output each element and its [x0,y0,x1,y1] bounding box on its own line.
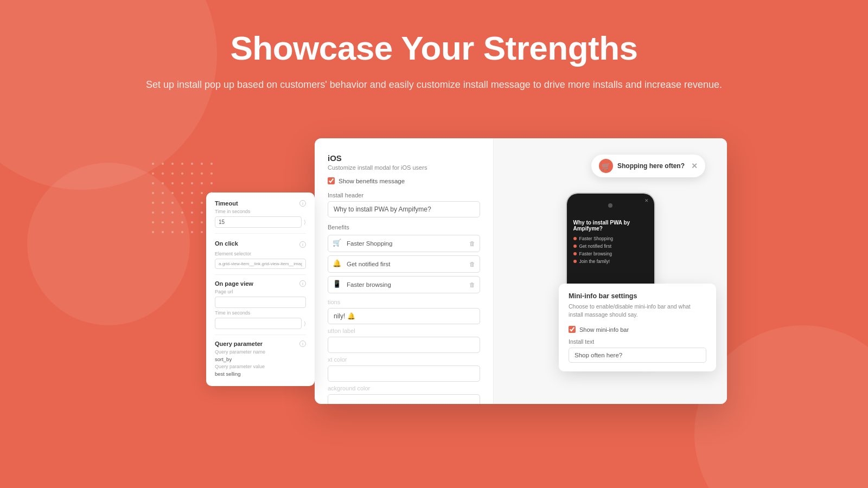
phone-benefit-dot-3 [573,252,577,255]
mini-info-bar: 🛒 Shopping here often? ✕ [591,155,705,177]
phone-benefit-text-4: Join the family! [579,259,610,264]
page-url-input[interactable] [215,297,306,308]
phone-benefit-text-1: Faster Shopping [579,236,613,241]
phone-benefit-4: Join the family! [573,259,648,264]
timeout-section: Timeout i Time in seconds ⟩ [215,200,306,234]
element-selector-label: Element selector [215,251,306,256]
on-click-section: On click i Element selector [215,240,306,275]
time-seconds-label: Time in seconds [215,310,306,316]
install-text-label: Install text [569,338,706,345]
phone-benefit-3: Faster browsing [573,251,648,256]
phone-benefit-dot-2 [573,245,577,248]
page-url-label: Page url [215,289,306,294]
phone-preview-panel: 🛒 Shopping here often? ✕ ✕ Why to instal… [494,138,727,404]
benefit-text-2: Get notified first [347,261,469,267]
page-subtitle: Set up install pop up based on customers… [0,76,868,93]
mini-bar-icon: 🛒 [599,159,613,173]
additional-label-1: tions [328,299,480,305]
mini-bar-text: Shopping here often? [617,162,685,170]
show-benefits-row: Show benefits message [328,177,480,184]
benefit-row-1: 🛒 Faster Shopping 🗑 [328,235,480,252]
settings-panel-title: Mini-info bar settings [569,292,706,300]
query-param-value: best selling [215,371,306,377]
additional-label-3: xt color [328,356,480,363]
show-mini-info-bar-row: Show mini-info bar [569,326,706,333]
page-view-time-input[interactable] [215,318,302,329]
query-info-icon[interactable]: i [299,341,306,347]
phone-benefit-dot-4 [573,260,577,263]
phone-benefit-2: Get notified first [573,243,648,249]
install-header-label: Install header [328,192,480,198]
install-header-input[interactable] [328,201,480,217]
page-view-info-icon[interactable]: i [299,280,306,287]
show-benefits-checkbox[interactable] [328,177,335,184]
benefit-row-2: 🔔 Get notified first 🗑 [328,255,480,273]
benefit-icon-2: 🔔 [333,259,342,269]
install-text-input[interactable] [569,348,706,363]
benefit-delete-2[interactable]: 🗑 [469,261,475,267]
additional-input-3[interactable] [328,365,480,382]
main-card: iOS Customize install modal for iOS user… [315,138,727,404]
page-header: Showcase Your Strengths Set up install p… [0,0,868,93]
timeout-info-icon[interactable]: i [299,200,306,207]
mini-bar-close-icon[interactable]: ✕ [691,162,698,170]
on-page-view-title: On page view [215,280,253,287]
timeout-card: Timeout i Time in seconds ⟩ On click i E… [206,192,315,386]
query-param-title: Query parameter [215,341,263,347]
settings-panel-description: Choose to enable/disable mini-info bar a… [569,303,706,320]
additional-label-4: ackground color [328,385,480,391]
on-click-info-icon[interactable]: i [299,241,306,248]
benefits-label: Benefits [328,224,480,230]
query-param-name-label: Query parameter name [215,349,306,355]
page-view-arrow-icon: ⟩ [304,320,306,326]
page-title: Showcase Your Strengths [0,30,868,67]
benefit-text-1: Faster Shopping [347,240,469,247]
timeout-sublabel: Time in seconds [215,209,306,214]
on-click-title: On click [215,240,238,247]
phone-close-icon[interactable]: ✕ [644,198,649,203]
element-selector-input[interactable] [215,259,306,269]
benefit-delete-3[interactable]: 🗑 [469,281,475,288]
query-parameter-section: Query parameter i Query parameter name s… [215,341,306,377]
panel-subtitle: Customize install modal for iOS users [328,164,480,171]
additional-input-4[interactable] [328,394,480,404]
ios-settings-panel: iOS Customize install modal for iOS user… [315,138,494,404]
mini-info-bar-settings-panel: Mini-info bar settings Choose to enable/… [559,284,716,372]
benefit-icon-3: 📱 [333,280,342,290]
additional-label-2: utton label [328,328,480,334]
additional-fields: tions utton label xt color ackground col… [328,299,480,404]
phone-benefit-text-2: Get notified first [579,243,612,249]
timeout-arrow-icon: ⟩ [304,219,306,225]
benefit-icon-1: 🛒 [333,239,342,248]
show-benefits-label: Show benefits message [339,178,405,184]
additional-input-2[interactable] [328,337,480,353]
phone-install-title: Why to install PWA by Ampifyme? [573,220,648,232]
timeout-input[interactable] [215,216,302,228]
benefit-row-3: 📱 Faster browsing 🗑 [328,276,480,293]
benefit-delete-1[interactable]: 🗑 [469,240,475,247]
phone-benefit-text-3: Faster browsing [579,251,612,256]
benefit-text-3: Faster browsing [347,281,469,288]
show-mini-info-bar-label: Show mini-info bar [579,326,629,333]
panel-title: iOS [328,153,480,163]
phone-benefit-dot-1 [573,237,577,240]
query-param-value-label: Query parameter value [215,364,306,369]
additional-input-1[interactable] [328,308,480,324]
timeout-title: Timeout [215,200,238,207]
on-page-view-section: On page view i Page url Time in seconds … [215,280,306,335]
query-param-name-value: sort_by [215,356,306,362]
show-mini-info-bar-checkbox[interactable] [569,326,576,333]
phone-benefit-1: Faster Shopping [573,236,648,241]
